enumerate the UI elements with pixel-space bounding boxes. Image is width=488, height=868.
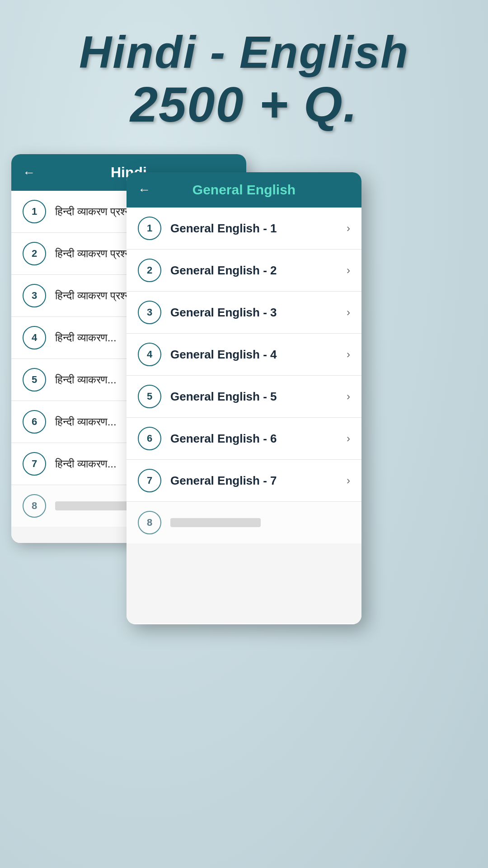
chevron-icon: ›: [347, 390, 350, 403]
english-list-item[interactable]: 6 General English - 6 ›: [127, 418, 361, 460]
item-label: General English - 5: [170, 390, 338, 404]
item-number: 4: [138, 343, 161, 366]
english-card: ← General English 1 General English - 1 …: [127, 172, 361, 624]
item-label: General English - 7: [170, 474, 338, 488]
item-number: 2: [138, 259, 161, 282]
english-partial-item: 8: [127, 502, 361, 543]
item-number: 4: [23, 326, 46, 349]
item-number: 2: [23, 242, 46, 265]
english-card-list: 1 General English - 1 › 2 General Englis…: [127, 208, 361, 623]
item-number: 1: [138, 217, 161, 240]
item-number: 3: [23, 284, 46, 307]
english-list-item[interactable]: 3 General English - 3 ›: [127, 292, 361, 334]
english-list-item[interactable]: 7 General English - 7 ›: [127, 460, 361, 502]
chevron-icon: ›: [347, 264, 350, 277]
hindi-back-button[interactable]: ←: [23, 165, 35, 180]
item-number: 3: [138, 301, 161, 324]
item-number: 7: [138, 469, 161, 492]
english-list-item[interactable]: 4 General English - 4 ›: [127, 334, 361, 376]
item-number: 5: [23, 368, 46, 392]
item-number: 6: [23, 410, 46, 434]
item-label: General English - 1: [170, 222, 338, 236]
english-list-item[interactable]: 5 General English - 5 ›: [127, 376, 361, 418]
chevron-icon: ›: [347, 222, 350, 235]
english-back-button[interactable]: ←: [138, 183, 150, 197]
header-area: Hindi - English 2500 + Q.: [0, 0, 488, 150]
item-number: 1: [23, 200, 46, 223]
item-number: 6: [138, 427, 161, 450]
item-label: General English - 4: [170, 348, 338, 362]
english-card-title: General English: [192, 182, 296, 198]
title-line1: Hindi - English: [0, 27, 488, 77]
item-number: 5: [138, 385, 161, 408]
item-number: 7: [23, 452, 46, 476]
english-card-header: ← General English: [127, 172, 361, 208]
item-label: General English - 6: [170, 432, 338, 446]
chevron-icon: ›: [347, 474, 350, 487]
chevron-icon: ›: [347, 432, 350, 445]
title-line2: 2500 + Q.: [0, 77, 488, 132]
item-label: General English - 2: [170, 264, 338, 278]
english-list-item[interactable]: 1 General English - 1 ›: [127, 208, 361, 250]
chevron-icon: ›: [347, 306, 350, 319]
cards-area: ← Hindi 1 हिन्दी व्याकरण प्रश्नोतरी - 1 …: [0, 150, 488, 783]
english-list-item[interactable]: 2 General English - 2 ›: [127, 250, 361, 292]
item-number: 8: [138, 511, 161, 534]
item-number: 8: [23, 494, 46, 518]
item-label: General English - 3: [170, 306, 338, 320]
item-label-partial: [170, 518, 261, 527]
chevron-icon: ›: [347, 348, 350, 361]
